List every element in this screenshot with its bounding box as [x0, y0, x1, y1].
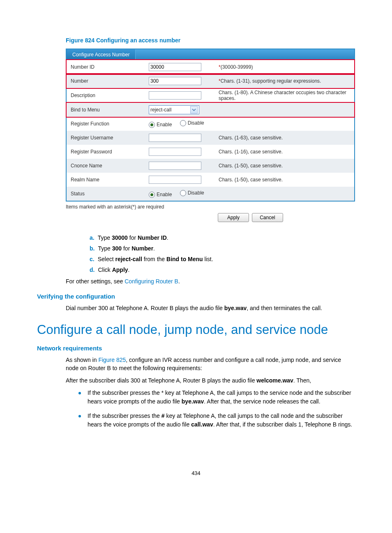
paragraph-verify: Dial number 300 at Telephone A. Router B…: [66, 304, 355, 312]
hint-number-id: *(30000-39999): [214, 60, 354, 74]
hint-text: (30000-39999): [221, 64, 253, 70]
label-status: Status: [67, 187, 145, 201]
select-bind-to-menu[interactable]: reject-call: [149, 105, 199, 114]
radio-enable[interactable]: Enable: [149, 122, 172, 128]
radio-icon: [149, 122, 155, 128]
heading-configure-nodes: Configure a call node, jump node, and se…: [37, 322, 355, 337]
label-number: Number: [67, 74, 145, 88]
hint-register-username: Chars. (1-63), case sensitive.: [214, 131, 354, 145]
figure-caption: Figure 824 Configuring an access number: [37, 37, 355, 44]
heading-network-requirements: Network requirements: [37, 345, 355, 352]
input-register-username[interactable]: [149, 134, 201, 142]
tab-strip: Configure Access Number: [67, 49, 354, 60]
steps-list: a.Type 30000 for Number ID. b.Type 300 f…: [90, 234, 355, 273]
bullet-list: If the subscriber presses the * key at T…: [76, 389, 355, 429]
radio-label: Enable: [157, 192, 172, 197]
label-bind-to-menu: Bind to Menu: [67, 103, 145, 117]
select-value: reject-call: [150, 107, 171, 113]
input-number-id[interactable]: [149, 63, 201, 71]
cancel-button[interactable]: Cancel: [252, 213, 283, 222]
radio-label: Disable: [188, 190, 204, 196]
hint-register-password: Chars. (1-16), case sensitive.: [214, 145, 354, 159]
paragraph-welcome-wav: After the subscriber dials 300 at Teleph…: [66, 376, 355, 385]
bullet-star-key: If the subscriber presses the * key at T…: [76, 389, 355, 406]
radio-enable[interactable]: Enable: [149, 192, 172, 198]
radio-icon: [180, 120, 186, 126]
page-number: 434: [37, 470, 355, 476]
hint-description: Chars. (1-80). A Chinese character occup…: [214, 88, 354, 103]
label-register-function: Register Function: [67, 117, 145, 131]
label-register-username: Register Username: [67, 131, 145, 145]
radio-register-function: Enable Disable: [149, 122, 211, 127]
label-realm-name: Realm Name: [67, 173, 145, 187]
heading-verifying: Verifying the configuration: [37, 293, 355, 300]
tab-configure-access-number[interactable]: Configure Access Number: [67, 49, 136, 60]
input-description[interactable]: [149, 91, 201, 100]
input-register-password[interactable]: [149, 148, 201, 156]
radio-disable[interactable]: Disable: [180, 120, 204, 126]
link-configuring-router-b[interactable]: Configuring Router B: [125, 278, 178, 285]
radio-icon: [180, 190, 186, 196]
paragraph-other-settings: For other settings, see Configuring Rout…: [66, 277, 355, 285]
button-row: Apply Cancel: [218, 213, 355, 222]
paragraph-netreq-intro: As shown in Figure 825, configure an IVR…: [66, 356, 355, 373]
radio-icon: [149, 192, 155, 198]
form-table: Number ID *(30000-39999) Number *Chars. …: [67, 60, 354, 201]
step-d: d.Click Apply.: [90, 266, 355, 273]
input-realm-name[interactable]: [149, 176, 201, 184]
label-register-password: Register Password: [67, 145, 145, 159]
input-cnonce-name[interactable]: [149, 162, 201, 170]
radio-label: Enable: [157, 122, 172, 127]
required-footnote: Items marked with an asterisk(*) are req…: [66, 204, 355, 210]
link-figure-825[interactable]: Figure 825: [98, 357, 126, 363]
radio-status: Enable Disable: [149, 192, 211, 197]
step-a: a.Type 30000 for Number ID.: [90, 234, 355, 241]
bullet-hash-key: If the subscriber presses the # key at T…: [76, 412, 355, 429]
hint-cnonce-name: Chars. (1-50), case sensitive.: [214, 159, 354, 173]
input-number[interactable]: [149, 77, 201, 85]
step-c: c.Select reject-call from the Bind to Me…: [90, 256, 355, 262]
radio-label: Disable: [188, 120, 204, 126]
configure-access-number-form: Configure Access Number Number ID *(3000…: [66, 49, 355, 202]
hint-text: Chars. (1-31), supporting regular expres…: [221, 78, 321, 84]
radio-disable[interactable]: Disable: [180, 190, 204, 196]
chevron-down-icon: [190, 106, 198, 114]
hint-number: *Chars. (1-31), supporting regular expre…: [214, 74, 354, 88]
label-cnonce-name: Cnonce Name: [67, 159, 145, 173]
step-b: b.Type 300 for Number.: [90, 245, 355, 252]
hint-realm-name: Chars. (1-50), case sensitive.: [214, 173, 354, 187]
apply-button[interactable]: Apply: [218, 213, 249, 222]
label-description: Description: [67, 88, 145, 103]
label-number-id: Number ID: [67, 60, 145, 74]
